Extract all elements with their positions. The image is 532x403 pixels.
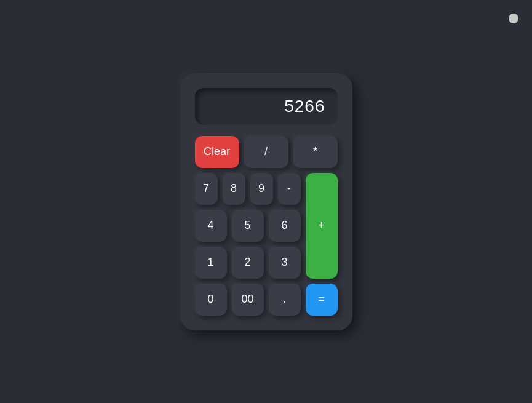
row-4: 1 2 3 [195, 247, 301, 279]
row-1: Clear / * [195, 136, 338, 168]
row-5: 0 00 . = [195, 284, 338, 316]
display-value: 5266 [284, 97, 325, 116]
three-button[interactable]: 3 [269, 247, 301, 279]
nine-button[interactable]: 9 [250, 173, 273, 205]
calculator: 5266 Clear / * 7 8 9 - 4 5 [180, 73, 352, 330]
row-2: 7 8 9 - [195, 173, 301, 205]
row-3: 4 5 6 [195, 210, 301, 242]
seven-button[interactable]: 7 [195, 173, 218, 205]
rows-middle-left: 7 8 9 - 4 5 6 1 2 3 [195, 173, 301, 279]
four-button[interactable]: 4 [195, 210, 227, 242]
top-right-dot [509, 14, 518, 23]
plus-col: + [306, 173, 338, 279]
clear-button[interactable]: Clear [195, 136, 239, 168]
six-button[interactable]: 6 [269, 210, 301, 242]
equals-button[interactable]: = [306, 284, 338, 316]
dot-button[interactable]: . [269, 284, 301, 316]
minus-button[interactable]: - [278, 173, 301, 205]
eight-button[interactable]: 8 [223, 173, 245, 205]
one-button[interactable]: 1 [195, 247, 227, 279]
divide-button[interactable]: / [244, 136, 288, 168]
display: 5266 [195, 88, 338, 125]
double-zero-button[interactable]: 00 [232, 284, 264, 316]
rows-middle: 7 8 9 - 4 5 6 1 2 3 [195, 173, 338, 279]
zero-button[interactable]: 0 [195, 284, 227, 316]
two-button[interactable]: 2 [232, 247, 264, 279]
five-button[interactable]: 5 [232, 210, 264, 242]
plus-button[interactable]: + [306, 173, 338, 279]
buttons-grid: Clear / * 7 8 9 - 4 5 6 [195, 136, 338, 316]
multiply-button[interactable]: * [293, 136, 338, 168]
